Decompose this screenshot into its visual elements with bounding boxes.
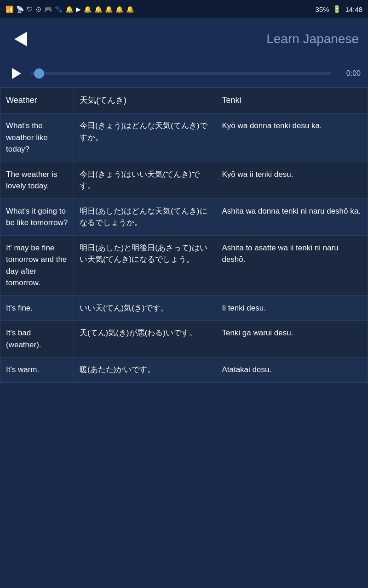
battery-percent: 35%: [315, 6, 329, 13]
wifi-icon: 📶: [6, 6, 13, 13]
cell-romaji: Tenki ga warui desu.: [216, 321, 368, 357]
cell-japanese: 明日(あした)と明後日(あさって)はいい天気(てんき)になるでしょう。: [74, 235, 216, 295]
cell-romaji: Ashita to asatte wa ii tenki ni naru des…: [216, 235, 368, 295]
vocab-table: Weather 天気(てんき) Tenki What's the weather…: [0, 87, 368, 383]
play-store-icon: ▶: [76, 6, 81, 13]
progress-thumb[interactable]: [34, 68, 44, 79]
cell-english: The weather is lovely today.: [0, 162, 74, 198]
play-button[interactable]: [7, 65, 24, 82]
cell-japanese: 明日(あした)はどんな天気(てんき)になるでしょうか。: [74, 198, 216, 235]
cell-english: It's fine.: [0, 295, 74, 321]
bell-4: 🔔: [105, 6, 113, 13]
cell-english: It's warm.: [0, 357, 74, 383]
status-icons-left: 📶 📡 🛡 ⊙ 🎮 🐾 🔔 ▶ 🔔 🔔 🔔 🔔 🔔: [6, 6, 134, 13]
notification-bell: 🔔: [65, 6, 73, 13]
cell-english: What's the weather like today?: [0, 113, 74, 162]
signal-icon: 📡: [16, 6, 24, 13]
time-display: 14:48: [345, 6, 362, 13]
table-row[interactable]: It's bad (weather).天(てん)気(き)が悪(わる)いです。Te…: [0, 321, 368, 357]
cell-japanese: いい天(てん)気(き)です。: [74, 295, 216, 321]
table-row[interactable]: It's warm.暖(あたた)かいです。Atatakai desu.: [0, 357, 368, 383]
cell-english: It' may be fine tomorrow and the day aft…: [0, 235, 74, 295]
progress-track[interactable]: [30, 72, 331, 75]
table-row[interactable]: The weather is lovely today.今日(きょう)はいい天気…: [0, 162, 368, 198]
header-english: Weather: [0, 88, 74, 113]
app-bar: Learn Japanese: [0, 18, 368, 60]
bell-2: 🔔: [84, 6, 92, 13]
cell-romaji: Kyō wa ii tenki desu.: [216, 162, 368, 198]
cell-english: It's bad (weather).: [0, 321, 74, 357]
table-row[interactable]: What's the weather like today?今日(きょう)はどん…: [0, 113, 368, 162]
cell-japanese: 暖(あたた)かいです。: [74, 357, 216, 383]
back-arrow-icon: [14, 32, 27, 46]
shield-icon: 🛡: [27, 6, 33, 13]
time-label: 0:00: [338, 69, 361, 78]
status-bar: 📶 📡 🛡 ⊙ 🎮 🐾 🔔 ▶ 🔔 🔔 🔔 🔔 🔔 35% 🔋 14:48: [0, 0, 368, 18]
cell-japanese: 今日(きょう)はどんな天気(てんき)ですか。: [74, 113, 216, 162]
bell-6: 🔔: [126, 6, 134, 13]
status-right: 35% 🔋 14:48: [315, 5, 362, 13]
table-row[interactable]: It's fine.いい天(てん)気(き)です。Ii tenki desu.: [0, 295, 368, 321]
play-icon: [12, 68, 21, 79]
cell-japanese: 天(てん)気(き)が悪(わる)いです。: [74, 321, 216, 357]
table-header-row: Weather 天気(てんき) Tenki: [0, 88, 368, 113]
circle-icon: ⊙: [36, 6, 41, 13]
cell-english: What's it going to be like tomorrow?: [0, 198, 74, 235]
cell-romaji: Kyō wa donna tenki desu ka.: [216, 113, 368, 162]
player-bar: 0:00: [0, 60, 368, 87]
back-button[interactable]: [9, 28, 32, 51]
battery-icon: 🔋: [333, 5, 341, 13]
cell-romaji: Atatakai desu.: [216, 357, 368, 383]
table-row[interactable]: It' may be fine tomorrow and the day aft…: [0, 235, 368, 295]
app-title: Learn Japanese: [41, 32, 359, 46]
app-icon-2: 🐾: [55, 6, 63, 13]
bell-5: 🔔: [115, 6, 123, 13]
cell-japanese: 今日(きょう)はいい天気(てんき)です。: [74, 162, 216, 198]
header-romaji: Tenki: [216, 88, 368, 113]
bell-3: 🔔: [94, 6, 102, 13]
header-japanese: 天気(てんき): [74, 88, 216, 113]
table-row[interactable]: What's it going to be like tomorrow?明日(あ…: [0, 198, 368, 235]
app-icon-1: 🎮: [44, 6, 52, 13]
cell-romaji: Ashita wa donna tenki ni naru deshō ka.: [216, 198, 368, 235]
cell-romaji: Ii tenki desu.: [216, 295, 368, 321]
